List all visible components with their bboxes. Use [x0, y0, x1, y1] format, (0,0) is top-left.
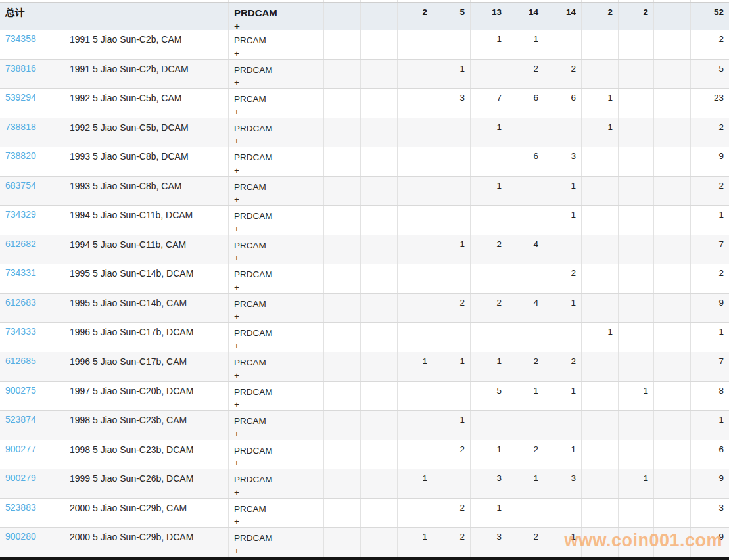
count-cell-8 — [544, 499, 582, 528]
count-cell-2 — [324, 469, 361, 498]
coin-id-link[interactable]: 738818 — [5, 122, 36, 132]
coin-desc-cell: 1994 5 Jiao Sun-C11b, CAM — [64, 235, 229, 264]
row-total-cell: 2 — [691, 177, 729, 206]
count-cell-10 — [619, 411, 654, 440]
count-cell-2 — [324, 528, 361, 557]
coin-census-table: 总计 PRDCAM + 2 5 13 14 14 2 2 52 734358 1… — [0, 0, 729, 560]
count-cell-1 — [285, 323, 324, 352]
count-cell-7 — [507, 118, 544, 147]
row-total-cell: 2 — [691, 118, 729, 147]
count-cell-6 — [471, 147, 507, 176]
count-cell-4 — [398, 264, 433, 293]
coin-id-cell: 523874 — [0, 411, 64, 440]
count-cell-5 — [433, 264, 471, 293]
count-cell-9: 1 — [582, 89, 619, 118]
count-cell-1 — [285, 440, 324, 469]
count-cell-3 — [361, 177, 398, 206]
count-cell-6: 1 — [471, 118, 507, 147]
count-cell-3 — [361, 264, 398, 293]
count-cell-5 — [433, 382, 471, 411]
count-cell-8 — [544, 323, 582, 352]
coin-desc-cell: 1996 5 Jiao Sun-C17b, DCAM — [64, 323, 229, 352]
count-cell-5: 1 — [433, 352, 471, 381]
coin-id-link[interactable]: 738816 — [5, 63, 36, 74]
count-cell-9 — [582, 206, 619, 235]
count-cell-9 — [582, 264, 619, 293]
coin-id-link[interactable]: 734358 — [5, 34, 36, 44]
count-cell-9 — [582, 177, 619, 206]
count-cell-7: 2 — [507, 528, 544, 557]
count-cell-5: 1 — [433, 411, 471, 440]
table-row: 900279 1999 5 Jiao Sun-C26b, DCAM PRDCAM… — [0, 469, 729, 499]
coin-id-link[interactable]: 900275 — [5, 385, 36, 396]
count-cell-5: 2 — [433, 440, 471, 469]
coin-id-link[interactable]: 523874 — [5, 414, 36, 425]
coin-id-link[interactable]: 523883 — [5, 502, 36, 513]
coin-group-cell: PRDCAM + — [229, 206, 285, 235]
coin-desc-cell: 2000 5 Jiao Sun-C29b, CAM — [64, 499, 229, 528]
coin-id-link[interactable]: 612683 — [5, 297, 36, 308]
header-count-cell-9: 2 — [582, 3, 619, 30]
count-cell-7: 2 — [507, 352, 544, 381]
count-cell-6 — [471, 206, 507, 235]
row-total-cell: 2 — [691, 264, 729, 293]
count-cell-8: 1 — [544, 294, 582, 323]
count-cell-2 — [324, 206, 361, 235]
coin-id-link[interactable]: 734331 — [5, 268, 36, 278]
count-cell-2 — [324, 323, 361, 352]
coin-id-link[interactable]: 683754 — [5, 180, 36, 191]
coin-id-cell: 734358 — [0, 30, 64, 59]
count-cell-2 — [324, 177, 361, 206]
coin-id-link[interactable]: 734329 — [5, 209, 36, 220]
coin-id-link[interactable]: 734333 — [5, 326, 36, 337]
coin-id-link[interactable]: 612685 — [5, 356, 36, 366]
count-cell-3 — [361, 528, 398, 557]
count-cell-5: 1 — [433, 60, 471, 89]
count-cell-7: 2 — [507, 440, 544, 469]
coin-desc-cell: 1993 5 Jiao Sun-C8b, CAM — [64, 177, 229, 206]
count-cell-11 — [654, 499, 691, 528]
count-cell-4 — [398, 89, 433, 118]
coin-id-link[interactable]: 900279 — [5, 473, 36, 483]
count-cell-4 — [398, 118, 433, 147]
count-cell-9 — [582, 499, 619, 528]
count-cell-4 — [398, 294, 433, 323]
count-cell-4 — [398, 499, 433, 528]
count-cell-4: 1 — [398, 352, 433, 381]
row-total-cell: 1 — [691, 206, 729, 235]
coin-group-cell: PRDCAM + — [229, 264, 285, 293]
coin-id-link[interactable]: 900277 — [5, 444, 36, 454]
count-cell-3 — [361, 60, 398, 89]
bottom-border — [0, 557, 729, 560]
count-cell-9 — [582, 440, 619, 469]
coin-group-cell: PRDCAM + — [229, 118, 285, 147]
count-cell-1 — [285, 352, 324, 381]
count-cell-9 — [582, 469, 619, 498]
count-cell-10 — [619, 499, 654, 528]
table-body: 734358 1991 5 Jiao Sun-C2b, CAM PRCAM + … — [0, 30, 729, 557]
header-count-cell-11 — [654, 3, 691, 30]
count-cell-11 — [654, 118, 691, 147]
count-cell-5: 1 — [433, 235, 471, 264]
count-cell-10: 1 — [619, 382, 654, 411]
count-cell-3 — [361, 206, 398, 235]
table-row: 738818 1992 5 Jiao Sun-C5b, DCAM PRDCAM … — [0, 118, 729, 148]
coin-group-cell: PRCAM + — [229, 235, 285, 264]
count-cell-11 — [654, 382, 691, 411]
header-total-label: 总计 — [0, 3, 64, 30]
count-cell-9 — [582, 30, 619, 59]
count-cell-1 — [285, 89, 324, 118]
coin-id-link[interactable]: 738820 — [5, 151, 36, 161]
row-total-cell: 7 — [691, 235, 729, 264]
coin-desc-cell: 1991 5 Jiao Sun-C2b, DCAM — [64, 60, 229, 89]
count-cell-4 — [398, 235, 433, 264]
count-cell-1 — [285, 499, 324, 528]
count-cell-3 — [361, 235, 398, 264]
coin-group-cell: PRCAM + — [229, 352, 285, 381]
coin-id-link[interactable]: 612682 — [5, 239, 36, 249]
coin-id-link[interactable]: 900280 — [5, 531, 36, 542]
count-cell-2 — [324, 440, 361, 469]
count-cell-11 — [654, 147, 691, 176]
coin-id-link[interactable]: 539294 — [5, 92, 36, 103]
count-cell-10 — [619, 352, 654, 381]
